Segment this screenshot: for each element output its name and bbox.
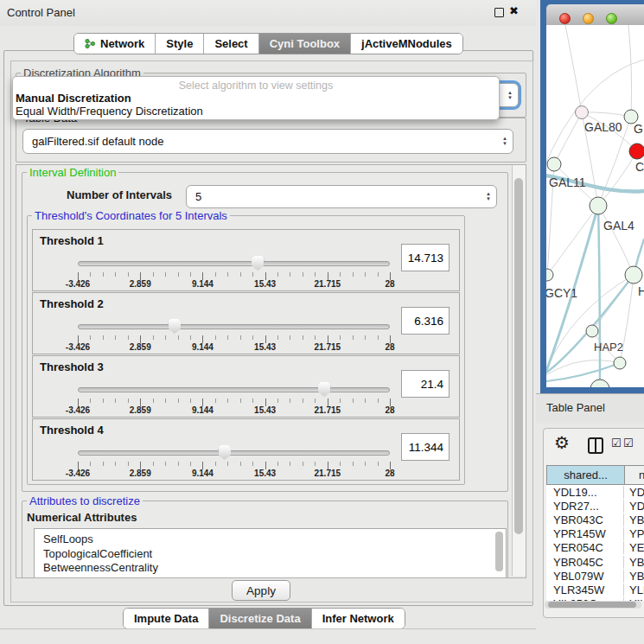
list-item[interactable]: SelfLoops [35, 529, 506, 547]
tick-label: 28 [385, 279, 394, 289]
threshold-coordinates-group-label: Threshold's Coordinates for 5 Intervals [32, 209, 230, 222]
table-cell[interactable]: YBR0 [624, 556, 644, 569]
split-columns-icon[interactable] [588, 437, 603, 454]
tab-select[interactable]: Select [204, 34, 258, 54]
table-cell[interactable]: YLR3 [624, 583, 644, 596]
slider-track[interactable] [78, 261, 390, 266]
tab-network[interactable]: Network [74, 34, 156, 54]
apply-button[interactable]: Apply [232, 580, 290, 601]
settings-vertical-scrollbar[interactable] [512, 165, 526, 576]
table-cell[interactable]: YDR2 [624, 500, 644, 513]
network-node[interactable] [576, 106, 589, 119]
close-traffic-light[interactable] [559, 13, 571, 24]
table-cell[interactable]: YBL0 [624, 570, 644, 583]
tab-jactivemnodules[interactable]: jActiveMNodules [351, 34, 462, 54]
table-cell[interactable]: YDR27... [546, 500, 624, 513]
checkbox-icon[interactable]: ☑ [611, 437, 622, 450]
table-cell[interactable]: YBR045C [546, 556, 624, 569]
scrollbar-thumb[interactable] [514, 178, 523, 534]
table-row[interactable]: YBR045CYBR0 [546, 555, 644, 569]
scrollbar-thumb[interactable] [548, 602, 636, 608]
screenshot-root: Control Panel ✖ Network Style [0, 0, 644, 644]
minimize-traffic-light[interactable] [583, 13, 594, 24]
table-body: YDL19...YDL1 YDR27...YDR2 YBR043CYBR0 YP… [546, 485, 644, 601]
network-node[interactable] [614, 357, 626, 369]
threshold-2-value-field[interactable] [401, 307, 450, 335]
threshold-4-slider[interactable]: -3.426 2.859 9.144 15.43 21.715 28 [78, 445, 390, 480]
checkbox-icon[interactable]: ☑ [623, 437, 634, 450]
node-label: GCY1 [546, 286, 577, 300]
network-node-selected[interactable] [629, 143, 644, 159]
table-cell[interactable]: YLR345W [546, 583, 624, 596]
table-row[interactable]: YDL19...YDL1 [546, 485, 644, 499]
network-node[interactable] [625, 266, 642, 284]
cyni-mode-tabs: Impute Data Discretize Data Infer Networ… [123, 608, 405, 629]
network-window-titlebar[interactable] [546, 4, 644, 26]
table-cell[interactable]: YBR043C [546, 513, 624, 526]
network-node[interactable] [547, 157, 561, 171]
network-node[interactable] [546, 269, 553, 281]
threshold-1-slider[interactable]: -3.426 2.859 9.144 15.43 21.715 28 [78, 256, 390, 290]
close-icon[interactable]: ✖ [509, 4, 519, 17]
tab-cyni-toolbox[interactable]: Cyni Toolbox [259, 34, 351, 54]
slider-track[interactable] [78, 324, 390, 329]
slider-thumb[interactable] [168, 319, 181, 334]
table-row[interactable]: YER054CYER0 [546, 541, 644, 555]
slider-thumb[interactable] [252, 256, 265, 271]
slider-track[interactable] [78, 387, 390, 392]
column-header-shared-name[interactable]: shared... [546, 465, 624, 485]
column-header-name[interactable]: na [624, 465, 644, 485]
threshold-1-value-field[interactable] [401, 244, 450, 271]
table-cell[interactable]: YDL19... [546, 486, 624, 499]
number-of-intervals-label: Number of Intervals [67, 188, 172, 201]
network-node[interactable] [590, 379, 609, 387]
table-cell[interactable]: YPR1 [624, 527, 644, 540]
table-cell[interactable]: YER054C [546, 541, 624, 554]
algorithm-hint-option[interactable]: Select algorithm to view settings [13, 77, 499, 92]
tick-label: -3.426 [66, 469, 90, 478]
node-label: C [635, 160, 644, 174]
threshold-2-slider[interactable]: -3.426 2.859 9.144 15.43 21.715 28 [78, 319, 390, 354]
control-panel-titlebar: Control Panel ✖ [0, 0, 536, 26]
table-cell[interactable]: YBL079W [546, 570, 624, 583]
tab-infer-network[interactable]: Infer Network [312, 609, 405, 628]
tick-label: 15.43 [254, 279, 276, 289]
tick-label: 21.715 [315, 405, 341, 415]
tab-jactivemnodules-label: jActiveMNodules [361, 37, 452, 50]
slider-track[interactable] [78, 450, 390, 456]
table-cell[interactable]: YER0 [624, 541, 644, 554]
table-cell[interactable]: YDL1 [624, 486, 644, 499]
threshold-3-value-field[interactable] [401, 370, 450, 398]
threshold-4-value-field[interactable] [401, 433, 450, 461]
table-data-combobox[interactable]: galFiltered.sif default node ▲▼ [22, 129, 513, 154]
network-node[interactable] [586, 325, 598, 337]
float-window-icon[interactable] [494, 8, 504, 17]
slider-thumb[interactable] [218, 445, 231, 460]
tab-infer-network-label: Infer Network [322, 612, 394, 625]
table-row[interactable]: YPR145WYPR1 [546, 527, 644, 541]
slider-thumb[interactable] [318, 382, 331, 397]
tab-discretize-data[interactable]: Discretize Data [209, 609, 311, 628]
threshold-3-slider[interactable]: -3.426 2.859 9.144 15.43 21.715 28 [78, 382, 390, 417]
tick-label: 21.715 [315, 279, 341, 289]
network-node[interactable] [590, 197, 607, 214]
zoom-traffic-light[interactable] [606, 13, 617, 24]
algorithm-option-manual[interactable]: Manual Discretization [13, 92, 499, 105]
gear-icon[interactable]: ⚙ [554, 432, 570, 453]
tab-impute-data[interactable]: Impute Data [124, 609, 209, 628]
list-item[interactable]: TopologicalCoefficient [35, 547, 506, 562]
number-of-intervals-combobox[interactable]: 5 ▲▼ [186, 185, 497, 208]
tick-label: 15.43 [254, 342, 276, 352]
table-cell[interactable]: YBR0 [624, 513, 644, 526]
table-row[interactable]: YBR043CYBR0 [546, 513, 644, 526]
table-cell[interactable]: YPR145W [546, 527, 624, 540]
list-scrollbar[interactable] [495, 532, 503, 571]
table-row[interactable]: YDR27...YDR2 [546, 499, 644, 513]
list-item[interactable]: BetweennessCentrality [35, 561, 506, 576]
table-row[interactable]: YLR345WYLR3 [546, 583, 644, 596]
table-row[interactable]: YBL079WYBL0 [546, 569, 644, 583]
algorithm-option-equal-width[interactable]: Equal Width/Frequency Discretization [13, 105, 499, 118]
network-canvas[interactable]: GAL80 G C GAL11 GAL4 GCY1 H HAP2 [546, 25, 644, 387]
tab-style[interactable]: Style [156, 34, 204, 54]
table-horizontal-scrollbar[interactable] [545, 601, 641, 609]
